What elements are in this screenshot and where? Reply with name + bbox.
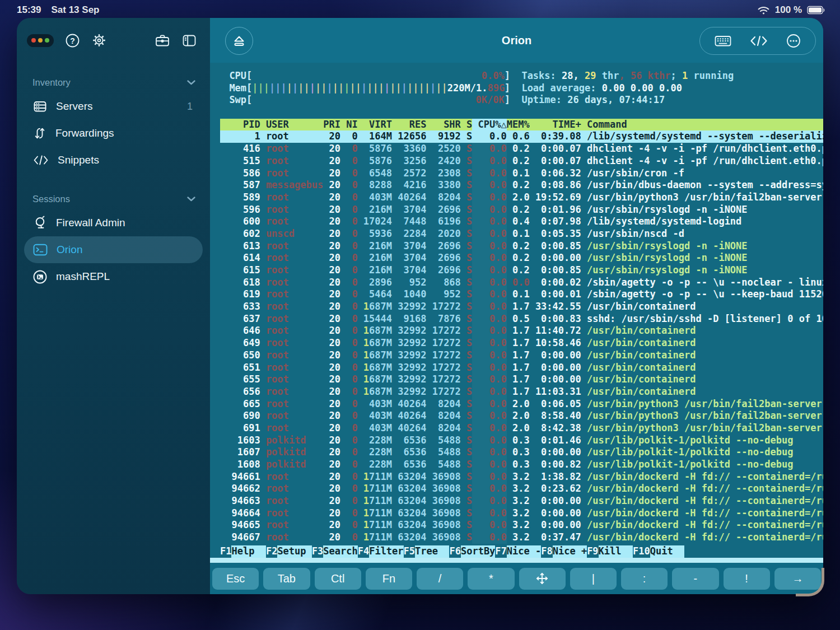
process-row-615[interactable]: 615root200216M37042696S0.00.20:00.85/usr…: [220, 264, 823, 277]
sidebar-item-mashrepl[interactable]: mashREPL: [24, 263, 203, 290]
column-header-user[interactable]: USER: [266, 119, 323, 131]
process-row-587[interactable]: 587messagebus200828842163380S0.00.20:08.…: [220, 179, 823, 192]
sidebar-item-firewall-admin[interactable]: Firewall Admin: [24, 209, 203, 236]
key-|[interactable]: |: [570, 568, 617, 590]
sidebar-item-snippets[interactable]: Snippets: [24, 147, 203, 174]
keyboard-icon[interactable]: [714, 34, 732, 48]
fn-action-sortby[interactable]: SortBy: [461, 545, 495, 558]
column-header-ni[interactable]: NI: [340, 119, 358, 131]
process-row-690[interactable]: 690root200403M402648204S0.02.08:58.40/us…: [220, 410, 823, 422]
fn-action-filter[interactable]: Filter: [369, 545, 403, 558]
maximize-dot-icon[interactable]: [45, 38, 49, 43]
sidebar-section: Sessions Firewall Admin Orion mashREPL: [17, 188, 210, 290]
process-row-619[interactable]: 619root20054641040952S0.00.10:00.01/sbin…: [220, 288, 823, 301]
code-icon[interactable]: [749, 34, 768, 48]
process-row-1607[interactable]: 1607polkitd200228M65365488S0.00.30:00.00…: [220, 446, 823, 459]
traffic-lights[interactable]: [27, 34, 54, 47]
key-→[interactable]: →: [774, 568, 821, 590]
process-row-586[interactable]: 586root200654825722308S0.00.10:06.32/usr…: [220, 167, 823, 180]
process-row-637[interactable]: 637root2001544491687876S0.00.50:00.83ssh…: [220, 313, 823, 325]
fn-action-setup[interactable]: Setup: [277, 545, 311, 558]
process-row-1[interactable]: 1root200164M126569192S0.00.60:39.08/lib/…: [220, 130, 823, 143]
session-header: Orion: [210, 18, 823, 63]
app-window: ?: [17, 18, 823, 594]
process-row-515[interactable]: 515root200587632562420S0.00.20:00.07dhcl…: [220, 155, 823, 167]
fn-key-f7: F7: [495, 545, 506, 558]
fn-action-nice--[interactable]: Nice -: [507, 545, 541, 558]
column-header-cpu[interactable]: CPU%△: [472, 119, 506, 131]
process-row-94667[interactable]: 94667root2001711M6320436908S0.03.20:37.4…: [220, 531, 823, 544]
date: Sat 13 Sep: [51, 4, 99, 16]
key-*[interactable]: *: [468, 568, 514, 590]
key-tab[interactable]: Tab: [263, 568, 310, 590]
process-row-596[interactable]: 596root200216M37042696S0.00.20:01.96/usr…: [220, 204, 823, 216]
help-icon[interactable]: ?: [63, 31, 82, 50]
process-row-1603[interactable]: 1603polkitd200228M65365488S0.00.30:01.46…: [220, 435, 823, 447]
fn-key-bar: F1Help F2Setup F3SearchF4FilterF5Tree F6…: [220, 545, 823, 558]
process-row-655[interactable]: 655root2001687M3299217272S0.01.70:00.00/…: [220, 374, 823, 386]
sidebar-item-servers[interactable]: Servers 1: [24, 93, 203, 120]
process-row-650[interactable]: 650root2001687M3299217272S0.01.70:00.00/…: [220, 349, 823, 362]
key-esc[interactable]: Esc: [212, 568, 259, 590]
process-row-94663[interactable]: 94663root2001711M6320436908S0.03.20:00.0…: [220, 495, 823, 507]
fn-action-help[interactable]: Help: [231, 545, 265, 558]
clock: 15:39: [17, 4, 41, 16]
process-row-691[interactable]: 691root200403M402648204S0.02.08:42.38/us…: [220, 422, 823, 435]
process-row-416[interactable]: 416root200587633602520S0.00.20:00.07dhcl…: [220, 143, 823, 155]
process-row-94662[interactable]: 94662root2001711M6320436908S0.03.20:23.6…: [220, 483, 823, 495]
column-header-cmd[interactable]: Command: [581, 119, 823, 131]
process-row-602[interactable]: 602unscd200593622842020S0.00.10:05.35/us…: [220, 228, 823, 240]
column-header-mem[interactable]: MEM%: [507, 119, 530, 131]
fn-key-f9: F9: [587, 545, 598, 558]
key-/[interactable]: /: [417, 568, 463, 590]
sidebar-toolbar: ?: [17, 18, 210, 63]
sidebar-section-header-sessions[interactable]: Sessions: [17, 188, 210, 209]
column-header-pri[interactable]: PRI: [323, 119, 340, 131]
fn-action-nice-+[interactable]: Nice +: [553, 545, 587, 558]
key--[interactable]: -: [672, 568, 718, 590]
process-row-94661[interactable]: 94661root2001711M6320436908S0.03.21:38.8…: [220, 471, 823, 483]
column-header-pid[interactable]: PID: [220, 119, 260, 131]
column-header-time[interactable]: TIME+: [530, 119, 581, 131]
column-header-res[interactable]: RES: [392, 119, 426, 131]
key-move-icon[interactable]: [519, 568, 566, 590]
fn-action-quit[interactable]: Quit: [650, 545, 684, 558]
minimize-dot-icon[interactable]: [38, 38, 43, 43]
sidebar-item-orion[interactable]: Orion: [24, 236, 203, 263]
column-header-shr[interactable]: SHR: [426, 119, 460, 131]
key-![interactable]: !: [724, 568, 770, 590]
terminal-icon: [32, 243, 48, 256]
sidebar-section-header-inventory[interactable]: Inventory: [17, 72, 210, 93]
process-row-600[interactable]: 600root2001702474486196S0.00.40:07.98/li…: [220, 216, 823, 228]
process-row-633[interactable]: 633root2001687M3299217272S0.01.733:42.55…: [220, 301, 823, 313]
process-row-649[interactable]: 649root2001687M3299217272S0.01.710:58.46…: [220, 337, 823, 349]
column-header-virt[interactable]: VIRT: [358, 119, 392, 131]
globe-icon: [32, 216, 48, 231]
sidebar-item-forwardings[interactable]: Forwardings: [24, 120, 203, 147]
key-:[interactable]: :: [621, 568, 668, 590]
process-row-665[interactable]: 665root200403M402648204S0.02.00:06.05/us…: [220, 398, 823, 410]
process-row-589[interactable]: 589root200403M402648204S0.02.019:52.69/u…: [220, 192, 823, 204]
key-ctl[interactable]: Ctl: [315, 568, 361, 590]
close-dot-icon[interactable]: [31, 38, 36, 43]
sidebar-toggle-icon[interactable]: [180, 31, 199, 50]
key-fn[interactable]: Fn: [366, 568, 412, 590]
process-row-94664[interactable]: 94664root2001711M6320436908S0.03.20:00.0…: [220, 507, 823, 520]
fn-action-search[interactable]: Search: [323, 545, 357, 558]
briefcase-icon[interactable]: [153, 31, 172, 50]
fn-key-f4: F4: [358, 545, 369, 558]
column-header-s[interactable]: S: [461, 119, 472, 131]
process-row-614[interactable]: 614root200216M37042696S0.00.20:00.00/usr…: [220, 252, 823, 264]
process-row-1608[interactable]: 1608polkitd200228M65365488S0.00.30:00.82…: [220, 459, 823, 471]
process-row-618[interactable]: 618root2002896952868S0.00.00:00.02/sbin/…: [220, 277, 823, 289]
process-row-651[interactable]: 651root2001687M3299217272S0.01.70:00.00/…: [220, 362, 823, 374]
gear-icon[interactable]: [90, 31, 109, 50]
process-row-646[interactable]: 646root2001687M3299217272S0.01.711:40.72…: [220, 325, 823, 337]
process-row-656[interactable]: 656root2001687M3299217272S0.01.711:03.31…: [220, 386, 823, 398]
process-row-613[interactable]: 613root200216M37042696S0.00.20:00.85/usr…: [220, 240, 823, 253]
fn-action-tree[interactable]: Tree: [415, 545, 449, 558]
more-icon[interactable]: [786, 33, 801, 49]
fn-action-kill[interactable]: Kill: [599, 545, 633, 558]
process-row-94665[interactable]: 94665root2001711M6320436908S0.03.20:00.0…: [220, 519, 823, 531]
table-header[interactable]: PIDUSERPRINIVIRTRESSHRSCPU%△MEM%TIME+Com…: [220, 119, 823, 131]
